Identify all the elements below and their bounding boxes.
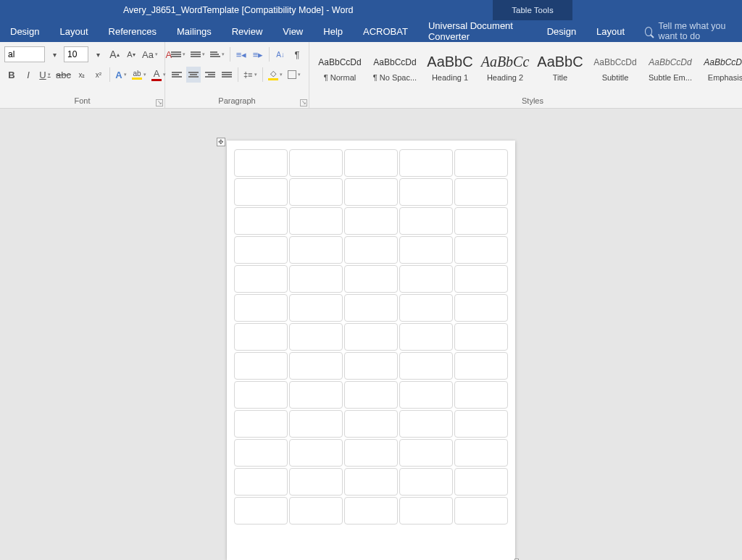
tab-tabletools-layout[interactable]: Layout [586,20,635,42]
tab-mailings[interactable]: Mailings [167,20,222,42]
tab-udc[interactable]: Universal Document Converter [418,20,537,42]
label-cell[interactable] [399,381,453,409]
label-cell[interactable] [344,149,398,177]
tab-view[interactable]: View [272,20,313,42]
label-cell[interactable] [399,149,453,177]
label-cell[interactable] [234,149,288,177]
highlight-button[interactable]: ab▾ [130,67,148,83]
style-heading-2[interactable]: AaBbCcHeading 2 [479,46,531,88]
shading-button[interactable]: ◇▾ [267,67,284,83]
align-justify-button[interactable] [220,67,234,83]
superscript-button[interactable]: x² [91,67,106,83]
numbering-button[interactable]: ▾ [189,46,207,62]
label-cell[interactable] [234,323,288,351]
bullets-button[interactable]: ▾ [170,46,187,62]
label-cell[interactable] [344,178,398,206]
font-name-input[interactable] [4,46,45,62]
label-cell[interactable] [234,294,288,322]
label-cell[interactable] [289,381,343,409]
style-subtitle[interactable]: AaBbCcDdSubtitle [589,46,641,88]
label-cell[interactable] [454,410,508,438]
tab-acrobat[interactable]: ACROBAT [353,20,418,42]
label-table[interactable] [234,149,508,525]
align-center-button[interactable] [186,67,201,83]
style-emphasis[interactable]: AaBbCcDdEmphasis [699,46,742,88]
align-right-button[interactable] [203,67,217,83]
label-cell[interactable] [399,265,453,293]
label-cell[interactable] [289,294,343,322]
label-cell[interactable] [399,207,453,235]
borders-button[interactable]: ▾ [286,67,302,83]
change-case-button[interactable]: Aa▾ [141,46,159,62]
label-cell[interactable] [289,149,343,177]
increase-indent-button[interactable]: ≡▸ [251,46,265,62]
label-cell[interactable] [289,178,343,206]
label-cell[interactable] [289,468,343,496]
label-cell[interactable] [234,352,288,380]
style-heading-1[interactable]: AaBbCHeading 1 [424,46,476,88]
label-cell[interactable] [234,381,288,409]
label-cell[interactable] [289,207,343,235]
label-cell[interactable] [454,265,508,293]
multilevel-list-button[interactable]: ▾ [209,46,226,62]
label-cell[interactable] [344,236,398,264]
shrink-font-button[interactable]: A▾ [124,46,138,62]
tab-layout[interactable]: Layout [49,20,98,42]
decrease-indent-button[interactable]: ≡◂ [234,46,249,62]
sort-button[interactable]: A↓ [273,46,288,62]
table-move-handle-icon[interactable]: ✥ [217,138,225,146]
label-cell[interactable] [454,207,508,235]
align-left-button[interactable] [170,67,184,83]
tab-design[interactable]: Design [0,20,49,42]
label-cell[interactable] [399,323,453,351]
font-size-input[interactable] [64,46,88,62]
label-cell[interactable] [399,410,453,438]
strikethrough-button[interactable]: abc [54,67,72,83]
tab-tabletools-design[interactable]: Design [537,20,586,42]
font-size-dropdown-icon[interactable]: ▾ [91,46,105,62]
text-effects-button[interactable]: A▾ [114,67,128,83]
label-cell[interactable] [399,352,453,380]
label-cell[interactable] [344,294,398,322]
underline-button[interactable]: U▾ [38,67,52,83]
label-cell[interactable] [234,439,288,467]
label-cell[interactable] [344,497,398,525]
label-cell[interactable] [454,352,508,380]
label-cell[interactable] [289,410,343,438]
label-cell[interactable] [454,381,508,409]
label-cell[interactable] [344,381,398,409]
style--normal[interactable]: AaBbCcDd¶ Normal [314,46,366,88]
label-cell[interactable] [454,323,508,351]
page[interactable]: ✥ [227,141,515,560]
label-cell[interactable] [234,497,288,525]
label-cell[interactable] [289,236,343,264]
label-cell[interactable] [234,207,288,235]
paragraph-dialog-launcher[interactable]: ↘ [300,99,307,106]
style--no-spac-[interactable]: AaBbCcDd¶ No Spac... [369,46,421,88]
label-cell[interactable] [454,497,508,525]
style-subtle-em-[interactable]: AaBbCcDdSubtle Em... [644,46,696,88]
label-cell[interactable] [454,468,508,496]
bold-button[interactable]: B [4,67,19,83]
label-cell[interactable] [289,439,343,467]
italic-button[interactable]: I [21,67,36,83]
line-spacing-button[interactable]: ‡≡▾ [242,67,259,83]
label-cell[interactable] [454,178,508,206]
label-cell[interactable] [454,149,508,177]
label-cell[interactable] [454,294,508,322]
label-cell[interactable] [234,468,288,496]
label-cell[interactable] [344,439,398,467]
subscript-button[interactable]: x₂ [75,67,89,83]
label-cell[interactable] [344,468,398,496]
label-cell[interactable] [399,468,453,496]
label-cell[interactable] [234,410,288,438]
label-cell[interactable] [399,236,453,264]
tab-help[interactable]: Help [313,20,353,42]
label-cell[interactable] [399,178,453,206]
font-dialog-launcher[interactable]: ↘ [156,99,163,106]
label-cell[interactable] [289,497,343,525]
label-cell[interactable] [289,352,343,380]
label-cell[interactable] [234,265,288,293]
style-title[interactable]: AaBbCTitle [534,46,586,88]
font-name-dropdown-icon[interactable]: ▾ [47,46,62,62]
